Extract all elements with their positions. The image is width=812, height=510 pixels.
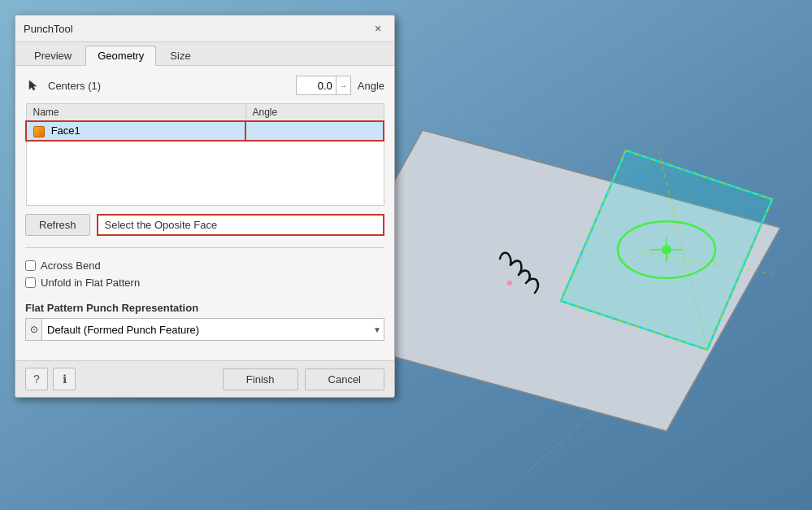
tabs-bar: Preview Geometry Size [15,42,394,66]
checkboxes-section: Across Bend Unfold in Flat Pattern [25,255,384,302]
table-spacer-row [26,141,384,206]
unfold-checkbox[interactable] [25,277,36,288]
angle-input[interactable] [297,80,336,92]
finish-button[interactable]: Finish [223,368,298,390]
face-name-cell: Face1 [26,121,245,141]
footer-right: Finish Cancel [223,368,384,390]
close-button[interactable]: × [370,20,386,37]
info-button[interactable]: ℹ [53,368,76,390]
centers-label: Centers (1) [48,80,289,92]
punch-tool-dialog: PunchTool × Preview Geometry Size Center… [15,15,395,398]
unfold-label[interactable]: Unfold in Flat Pattern [41,277,140,289]
centers-row: Centers (1) → Angle [25,76,384,95]
dropdown-icon-left: ⊙ [25,318,41,341]
svg-point-21 [507,281,512,286]
col-name: Name [26,104,245,122]
dialog-title: PunchTool [24,23,73,35]
across-bend-row: Across Bend [25,259,384,272]
dialog-titlebar: PunchTool × [15,15,394,42]
refresh-button[interactable]: Refresh [25,214,90,236]
col-angle: Angle [245,104,384,122]
angle-arrow-btn[interactable]: → [336,76,350,95]
across-bend-checkbox[interactable] [25,260,36,271]
dialog-footer: ? ℹ Finish Cancel [15,360,394,397]
flat-pattern-select[interactable]: Default (Formed Punch Feature) Silhouett… [41,318,384,341]
face-name: Face1 [51,124,80,137]
face-icon [33,126,45,137]
unfold-row: Unfold in Flat Pattern [25,277,384,289]
table-row[interactable]: Face1 [26,121,384,141]
tab-geometry[interactable]: Geometry [85,46,156,66]
action-row: Refresh Select the Oposite Face [25,214,384,236]
flat-pattern-label: Flat Pattern Punch Representation [25,302,384,314]
face-table: Name Angle Face1 [25,103,384,206]
select-face-box: Select the Oposite Face [97,214,384,236]
separator-1 [25,247,384,248]
cancel-button[interactable]: Cancel [305,368,384,390]
dropdown-row: ⊙ Default (Formed Punch Feature) Silhoue… [25,318,384,341]
face-angle-cell [245,121,384,141]
footer-left: ? ℹ [25,368,76,390]
tab-size[interactable]: Size [158,46,202,65]
flat-pattern-icon: ⊙ [30,324,38,335]
angle-input-wrap[interactable]: → [296,76,351,95]
help-button[interactable]: ? [25,368,48,390]
across-bend-label[interactable]: Across Bend [41,259,101,272]
cursor-icon [25,77,41,94]
geometry-tab-content: Centers (1) → Angle Name Angle Face1 [15,66,394,360]
tab-preview[interactable]: Preview [22,46,84,65]
dropdown-wrap: Default (Formed Punch Feature) Silhouett… [41,318,384,341]
angle-label: Angle [358,80,384,92]
